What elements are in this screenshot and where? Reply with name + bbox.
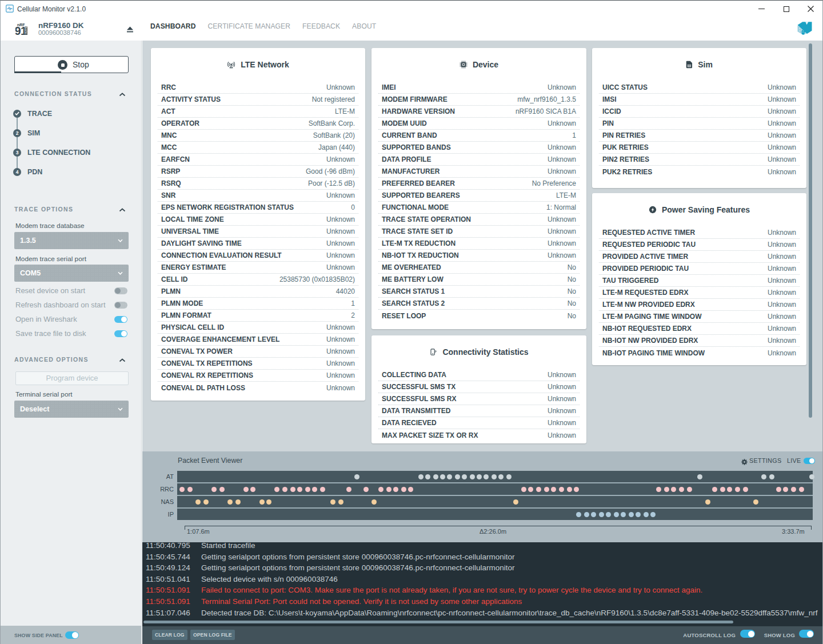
svg-text:SERIES: SERIES <box>25 25 27 34</box>
